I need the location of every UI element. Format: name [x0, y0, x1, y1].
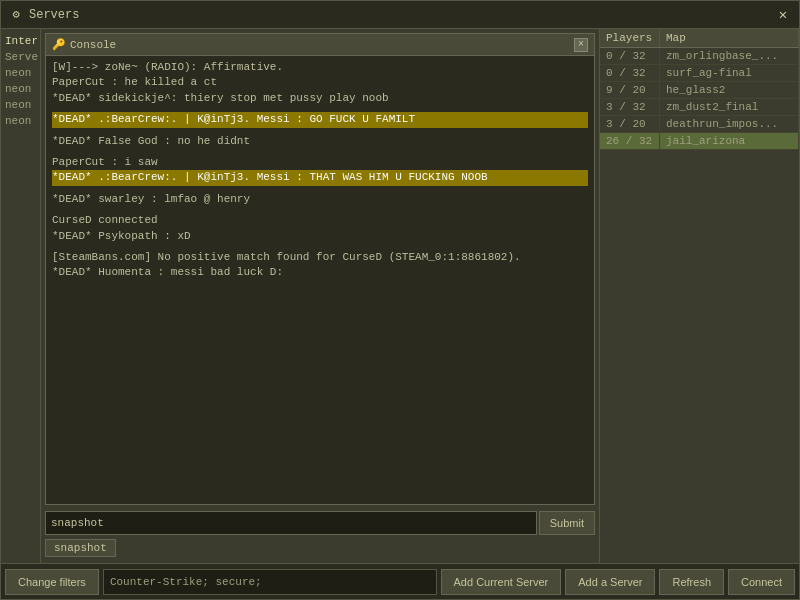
- cell-map: zm_orlingbase_...: [660, 48, 799, 64]
- server-row[interactable]: 0 / 32 zm_orlingbase_...: [600, 48, 799, 65]
- console-log: [W]---> zoNe~ (RADIO): Affirmative. Pape…: [46, 56, 594, 504]
- content-area: Inter Serve neon neon neon neon �: [1, 29, 799, 563]
- cell-map: jail_arizona: [660, 133, 799, 149]
- status-text: Counter-Strike; secure;: [103, 569, 437, 595]
- log-line: [W]---> zoNe~ (RADIO): Affirmative.: [52, 60, 588, 75]
- submit-button[interactable]: Submit: [539, 511, 595, 535]
- cell-players: 3 / 20: [600, 116, 660, 132]
- cell-players: 26 / 32: [600, 133, 660, 149]
- bottom-toolbar: Change filters Counter-Strike; secure; A…: [1, 563, 799, 599]
- sidebar-item-neon3[interactable]: neon: [3, 97, 38, 113]
- server-table: Players Map 0 / 32 zm_orlingbase_... 0 /…: [600, 29, 799, 563]
- console-title: Console: [70, 39, 574, 51]
- cell-players: 0 / 32: [600, 65, 660, 81]
- column-header-map[interactable]: Map: [660, 29, 799, 47]
- console-title-bar: 🔑 Console ×: [46, 34, 594, 56]
- add-current-server-button[interactable]: Add Current Server: [441, 569, 562, 595]
- sidebar-item-neon2[interactable]: neon: [3, 81, 38, 97]
- server-panel: Players Map 0 / 32 zm_orlingbase_... 0 /…: [599, 29, 799, 563]
- autocomplete-area: snapshot: [45, 537, 595, 559]
- cell-players: 3 / 32: [600, 99, 660, 115]
- server-row[interactable]: 3 / 32 zm_dust2_final: [600, 99, 799, 116]
- server-table-header: Players Map: [600, 29, 799, 48]
- server-row[interactable]: 0 / 32 surf_ag-final: [600, 65, 799, 82]
- cell-map: surf_ag-final: [660, 65, 799, 81]
- sidebar-item-neon4[interactable]: neon: [3, 113, 38, 129]
- cell-map: deathrun_impos...: [660, 116, 799, 132]
- log-line: PaperCut : he killed a ct: [52, 75, 588, 90]
- window-close-button[interactable]: ✕: [775, 7, 791, 23]
- window-icon: ⚙: [9, 8, 23, 22]
- sidebar: Inter Serve neon neon neon neon: [1, 29, 41, 563]
- cell-players: 0 / 32: [600, 48, 660, 64]
- connect-button[interactable]: Connect: [728, 569, 795, 595]
- server-row[interactable]: 9 / 20 he_glass2: [600, 82, 799, 99]
- log-line: *DEAD* False God : no he didnt: [52, 134, 588, 149]
- log-line: *DEAD* sidekickje^: thiery stop met puss…: [52, 91, 588, 106]
- cell-map: he_glass2: [660, 82, 799, 98]
- console-body: [W]---> zoNe~ (RADIO): Affirmative. Pape…: [46, 56, 594, 504]
- server-row-selected[interactable]: 26 / 32 jail_arizona: [600, 133, 799, 150]
- log-line: [SteamBans.com] No positive match found …: [52, 250, 588, 265]
- sidebar-item-inter[interactable]: Inter: [3, 33, 38, 49]
- log-line: *DEAD* swarley : lmfao @ henry: [52, 192, 588, 207]
- console-input[interactable]: [45, 511, 537, 535]
- window-title: Servers: [29, 8, 775, 22]
- server-row[interactable]: 3 / 20 deathrun_impos...: [600, 116, 799, 133]
- input-area: Submit: [45, 509, 595, 537]
- console-window: 🔑 Console × [W]---> zoNe~ (RADIO): Affir…: [45, 33, 595, 505]
- log-line: *DEAD* Huomenta : messi bad luck D:: [52, 265, 588, 280]
- log-line-highlight: *DEAD* .:BearCrew:. | K@inTj3. Messi : G…: [52, 112, 588, 127]
- change-filters-button[interactable]: Change filters: [5, 569, 99, 595]
- log-line-highlight: *DEAD* .:BearCrew:. | K@inTj3. Messi : T…: [52, 170, 588, 185]
- sidebar-item-neon1[interactable]: neon: [3, 65, 38, 81]
- title-bar: ⚙ Servers ✕: [1, 1, 799, 29]
- column-header-players[interactable]: Players: [600, 29, 660, 47]
- refresh-button[interactable]: Refresh: [659, 569, 724, 595]
- console-close-button[interactable]: ×: [574, 38, 588, 52]
- main-window: ⚙ Servers ✕ Inter Serve neon neon neon n…: [0, 0, 800, 600]
- log-line: CurseD connected: [52, 213, 588, 228]
- cell-players: 9 / 20: [600, 82, 660, 98]
- sidebar-item-serve[interactable]: Serve: [3, 49, 38, 65]
- log-line: PaperCut : i saw: [52, 155, 588, 170]
- console-icon: 🔑: [52, 38, 66, 51]
- log-line: *DEAD* Psykopath : xD: [52, 229, 588, 244]
- cell-map: zm_dust2_final: [660, 99, 799, 115]
- add-server-button[interactable]: Add a Server: [565, 569, 655, 595]
- autocomplete-item[interactable]: snapshot: [45, 539, 116, 557]
- console-section: 🔑 Console × [W]---> zoNe~ (RADIO): Affir…: [41, 29, 599, 563]
